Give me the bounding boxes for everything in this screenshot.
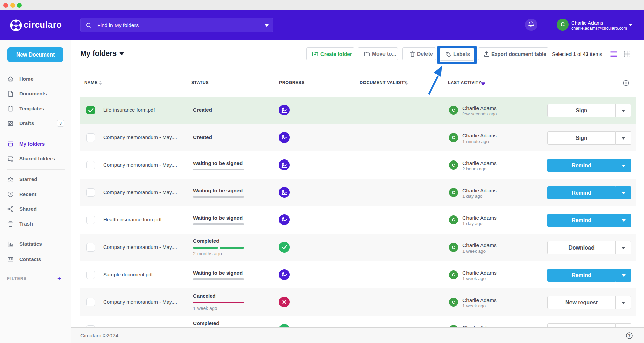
svg-text:?: ? [628, 333, 631, 338]
